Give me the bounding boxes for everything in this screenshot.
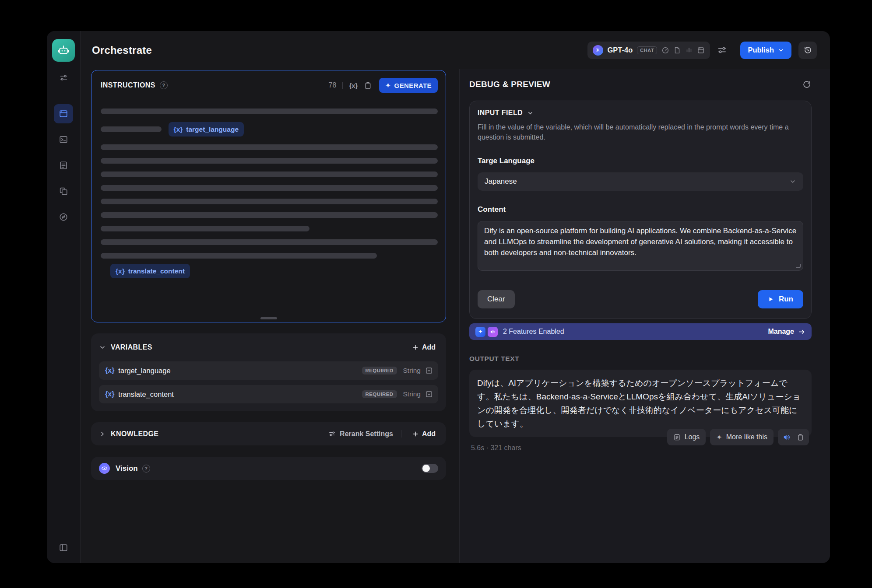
skeleton-row: {x} translate_content — [110, 264, 438, 278]
sidebar-item-explore[interactable] — [54, 207, 73, 227]
feature-icons: ✦ — [475, 327, 498, 337]
language-select[interactable]: Japanese — [478, 172, 803, 191]
page-title: Orchestrate — [92, 44, 152, 56]
logs-icon — [673, 434, 681, 441]
variable-pill-label: target_language — [186, 126, 239, 133]
manage-label: Manage — [768, 328, 794, 336]
clear-button[interactable]: Clear — [478, 290, 515, 308]
debug-preview-panel: DEBUG & PREVIEW INPUT FIELD Fill — [460, 69, 830, 563]
language-field-label: Targe Language — [478, 157, 803, 165]
history-button[interactable] — [798, 42, 817, 59]
sparkle-icon: ✦ — [716, 433, 722, 441]
model-capability-icons — [661, 46, 705, 54]
rerank-label: Rerank Settings — [340, 430, 393, 438]
collapse-sidebar-icon[interactable] — [59, 543, 68, 553]
more-like-this-button[interactable]: ✦ More like this — [710, 429, 774, 445]
chevron-down-icon[interactable] — [99, 344, 106, 351]
input-field-header[interactable]: INPUT FIELD — [478, 109, 803, 117]
header-actions: ✳ GPT-4o CHAT — [587, 42, 817, 59]
rerank-sliders-icon — [328, 430, 336, 438]
output-utility-group — [778, 429, 809, 445]
variable-pill-target-language[interactable]: {x} target_language — [169, 122, 244, 136]
insert-variable-icon[interactable]: {x} — [349, 82, 358, 89]
type-select-icon[interactable] — [425, 390, 433, 398]
sidebar-item-terminal[interactable] — [54, 130, 73, 149]
content-textarea-wrap: Dify is an open-source platform for buil… — [478, 221, 803, 271]
settings-sliders-icon[interactable] — [59, 73, 68, 82]
frame-icon — [697, 46, 705, 54]
skeleton-line — [101, 158, 438, 164]
required-badge: REQUIRED — [362, 390, 397, 398]
type-select-icon[interactable] — [425, 367, 433, 374]
sparkle-icon: ✦ — [385, 82, 390, 88]
sidebar-item-annotations[interactable] — [54, 182, 73, 201]
chevron-down-icon — [789, 178, 796, 185]
skeleton-line — [101, 239, 438, 245]
debug-title: DEBUG & PREVIEW — [469, 80, 550, 89]
variables-title: VARIABLES — [111, 343, 152, 351]
variable-row[interactable]: {x} target_language REQUIRED String — [99, 361, 438, 380]
variable-name: target_language — [118, 367, 170, 375]
help-icon[interactable]: ? — [160, 81, 168, 89]
skeleton-line — [101, 172, 438, 177]
publish-label: Publish — [748, 46, 774, 54]
variable-pill-translate-content[interactable]: {x} translate_content — [110, 264, 190, 278]
orchestrate-window-icon — [59, 109, 68, 119]
vision-toggle[interactable] — [422, 464, 438, 473]
rerank-settings-button[interactable]: Rerank Settings — [328, 430, 393, 438]
variable-type: String — [403, 367, 421, 374]
run-label: Run — [779, 295, 793, 304]
variables-header: VARIABLES Add — [99, 339, 438, 356]
clipboard-icon[interactable] — [364, 81, 372, 90]
chevron-right-icon[interactable] — [99, 430, 106, 438]
input-field-card: INPUT FIELD Fill in the value of the var… — [469, 101, 812, 319]
model-selector[interactable]: ✳ GPT-4o CHAT — [587, 42, 710, 59]
restart-icon[interactable] — [802, 80, 812, 89]
manage-features-button[interactable]: Manage — [768, 328, 805, 336]
add-knowledge-button[interactable]: Add — [409, 430, 438, 438]
feature-tts-icon — [488, 327, 498, 337]
sidebar-item-orchestrate[interactable] — [54, 104, 73, 123]
openai-logo-icon: ✳ — [593, 45, 603, 56]
plus-icon — [412, 430, 419, 438]
resize-corner-icon[interactable] — [796, 264, 801, 268]
sidebar — [47, 31, 81, 563]
skeleton-line — [101, 212, 438, 218]
divider — [342, 82, 343, 89]
compass-icon — [59, 212, 68, 222]
variable-row[interactable]: {x} translate_content REQUIRED String — [99, 385, 438, 403]
sidebar-nav — [54, 104, 73, 227]
app-logo[interactable] — [52, 39, 75, 62]
vision-eye-icon — [99, 463, 110, 474]
clock-history-icon — [803, 46, 812, 55]
skeleton-line — [101, 199, 438, 204]
help-icon[interactable]: ? — [142, 465, 150, 472]
instructions-header: INSTRUCTIONS ? 78 {x} — [101, 78, 438, 93]
plus-icon — [412, 344, 419, 351]
panel-resize-handle[interactable] — [260, 317, 277, 319]
chevron-down-icon — [778, 47, 784, 53]
variable-pill-label: translate_content — [128, 267, 185, 275]
vision-title: Vision — [116, 464, 138, 473]
sidebar-item-logs[interactable] — [54, 156, 73, 175]
publish-button[interactable]: Publish — [740, 42, 791, 59]
variable-brace-icon: {x} — [116, 267, 125, 275]
input-field-description: Fill in the value of the variable, which… — [478, 122, 803, 142]
copy-output-icon[interactable] — [797, 434, 804, 441]
instructions-panel[interactable]: INSTRUCTIONS ? 78 {x} — [91, 70, 446, 322]
input-field-title: INPUT FIELD — [478, 109, 523, 117]
model-config-sliders-icon[interactable] — [717, 45, 727, 55]
logs-label: Logs — [685, 433, 700, 441]
logs-button[interactable]: Logs — [667, 429, 706, 445]
divider — [526, 359, 812, 359]
speaker-icon[interactable] — [783, 433, 791, 441]
run-button[interactable]: Run — [758, 290, 803, 308]
app-header: Orchestrate ✳ GPT-4o CHAT — [81, 31, 830, 69]
chevron-down-icon — [527, 110, 534, 116]
add-variable-button[interactable]: Add — [409, 343, 438, 352]
gauge-icon — [661, 46, 669, 54]
instructions-toolbar: 78 {x} ✦ GENERATE — [329, 78, 438, 93]
content-textarea[interactable]: Dify is an open-source platform for buil… — [478, 221, 803, 271]
variable-type: String — [403, 390, 421, 398]
generate-button[interactable]: ✦ GENERATE — [379, 78, 438, 93]
